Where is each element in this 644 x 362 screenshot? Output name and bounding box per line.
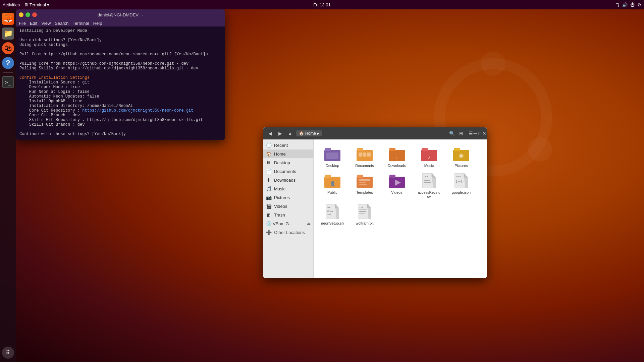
fm-item-neonsetup[interactable]: #!/bin bash SH neonSetup.sh	[319, 202, 346, 227]
svg-rect-5	[325, 148, 331, 151]
fm-item-documents[interactable]: Documents	[351, 145, 378, 169]
fm-item-downloads[interactable]: ↓ Downloads	[383, 145, 410, 169]
terminal-line-1: Installing in Developer Mode	[19, 28, 221, 33]
sidebar-item-pictures[interactable]: 📷 Pictures	[263, 193, 313, 202]
terminal-menu-file[interactable]: File	[19, 21, 26, 26]
terminal-icon: >_	[2, 76, 14, 88]
svg-rect-48	[359, 211, 366, 212]
templates-label: Templates	[356, 190, 373, 194]
sidebar-item-music[interactable]: 🎵 Music	[263, 184, 313, 193]
svg-rect-34	[424, 179, 432, 179]
activities-button[interactable]: Activities	[3, 2, 20, 7]
svg-rect-10	[363, 153, 366, 157]
fm-item-desktop[interactable]: Desktop	[319, 145, 346, 169]
fm-forward-button[interactable]: ▶	[276, 129, 284, 137]
sidebar-item-home[interactable]: 🏠 Home	[263, 149, 313, 158]
sidebar-item-downloads[interactable]: ⬇ Downloads	[263, 176, 313, 184]
fm-item-pictures[interactable]: Pictures	[448, 145, 475, 169]
sidebar-item-desktop[interactable]: 🖥 Desktop	[263, 158, 313, 167]
fm-item-templates[interactable]: Templates	[351, 172, 378, 200]
network-icon[interactable]: ⇅	[616, 2, 620, 7]
fm-item-public[interactable]: 👤 Public	[319, 172, 346, 200]
sidebar-label-trash: Trash	[274, 213, 285, 218]
svg-rect-13	[389, 148, 395, 151]
fm-titlebar: ◀ ▶ ▲ 🏠 Home ▸ 🔍 ⊞ ☰ ─ □ ✕	[263, 127, 487, 139]
svg-rect-37	[424, 184, 430, 184]
svg-rect-16	[422, 148, 428, 151]
topbar-tray: ⇅ 🔊 ⏻ ⚙	[616, 2, 644, 7]
terminal-line-14: Core Git Repository : https://github.com…	[19, 108, 221, 113]
sidebar-label-pictures: Pictures	[274, 195, 290, 200]
public-label: Public	[327, 190, 337, 194]
settings-icon[interactable]: ⚙	[637, 2, 641, 7]
terminal-menu-search[interactable]: Search	[55, 21, 68, 26]
fm-breadcrumb[interactable]: 🏠 Home ▸	[296, 130, 322, 136]
sidebar-item-trash[interactable]: 🗑 Trash	[263, 210, 313, 219]
wolfram-file-icon: TXT	[357, 204, 373, 220]
sidebar-label-vbox: VBox_G...	[273, 221, 292, 226]
terminal-body[interactable]: Installing in Developer Mode Use quick s…	[16, 26, 225, 138]
downloads-label: Downloads	[388, 164, 406, 168]
sidebar-label-recent: Recent	[274, 143, 288, 148]
dock-item-files[interactable]: 📁	[1, 27, 15, 40]
dock-item-ubuntu-store[interactable]: 🛍	[1, 42, 15, 55]
svg-rect-49	[359, 213, 365, 214]
fm-search-button[interactable]: 🔍	[448, 129, 456, 137]
firefox-icon: 🦊	[2, 13, 14, 25]
fm-file-grid: Desktop Documents	[319, 145, 481, 227]
sidebar-item-other[interactable]: ➕ Other Locations	[263, 228, 313, 237]
dock-item-appgrid[interactable]: ⠿	[1, 346, 15, 359]
svg-rect-35	[424, 180, 430, 181]
dock-item-firefox[interactable]: 🦊	[1, 12, 15, 25]
documents-label: Documents	[355, 164, 374, 168]
fm-minimize-button[interactable]: ─	[474, 131, 477, 136]
trash-icon: 🗑	[266, 212, 271, 218]
svg-point-21	[460, 155, 463, 157]
topbar: Activities 🖥 Terminal ▾ Fri 13:01 ⇅ 🔊 ⏻ …	[0, 0, 644, 9]
terminal-line-2: Use quick settings? [Yes/No/Back]y	[19, 38, 221, 43]
terminal-line-7: Confirm Installation Settings	[19, 75, 221, 80]
sound-icon[interactable]: 🔊	[622, 2, 628, 7]
fm-nav: ◀ ▶ ▲ 🏠 Home ▸	[266, 129, 446, 137]
fm-item-accesskeys[interactable]: CSV accessKeys.csv	[416, 172, 442, 200]
sidebar-item-videos[interactable]: 🎬 Videos	[263, 202, 313, 210]
sidebar-item-documents[interactable]: 📄 Documents	[263, 167, 313, 176]
terminal-maximize-button[interactable]	[25, 12, 30, 17]
power-icon[interactable]: ⏻	[630, 2, 635, 7]
dock-item-terminal[interactable]: >_	[1, 75, 15, 89]
fm-back-button[interactable]: ◀	[266, 129, 274, 137]
dock-bottom: ⠿	[1, 346, 15, 359]
fm-item-googlejson[interactable]: {json} JSON google.json	[448, 172, 475, 200]
terminal-close-button[interactable]	[32, 12, 37, 17]
fm-item-music[interactable]: ♪ Music	[416, 145, 442, 169]
svg-rect-31	[389, 175, 395, 178]
fm-maximize-button[interactable]: □	[478, 131, 481, 136]
terminal-minimize-button[interactable]	[19, 12, 23, 17]
documents-icon: 📄	[266, 169, 271, 174]
terminal-line-16: Skills Git Repository : https://github.c…	[19, 118, 221, 122]
fm-location-label: Home	[305, 131, 316, 136]
terminal-menu-edit[interactable]: Edit	[30, 21, 37, 26]
ubuntu-store-icon: 🛍	[2, 42, 14, 54]
music-label: Music	[424, 164, 434, 168]
topbar-clock[interactable]: Fri 13:01	[313, 2, 330, 7]
fm-view-toggle-button[interactable]: ⊞	[457, 129, 465, 137]
dock-item-help[interactable]: ?	[1, 56, 15, 70]
sidebar-item-vbox[interactable]: 💿 VBox_G... ⏏	[263, 219, 313, 228]
topbar-terminal-menu[interactable]: 🖥 Terminal ▾	[24, 2, 49, 7]
fm-content: 🕐 Recent 🏠 Home 🖥 Desktop 📄 Documents ⬇ …	[263, 139, 487, 278]
fm-item-videos[interactable]: Videos	[383, 172, 410, 200]
eject-button[interactable]: ⏏	[307, 221, 311, 226]
terminal-line-9: Developer Mode : true	[19, 85, 221, 89]
fm-main-area: Desktop Documents	[314, 139, 487, 278]
terminal-menu-help[interactable]: Help	[93, 21, 102, 26]
terminal-line-6: Pulling Skills from https://github.com/d…	[19, 66, 221, 71]
svg-text:#!/bin: #!/bin	[327, 210, 333, 213]
pictures-icon: 📷	[266, 195, 271, 200]
sidebar-item-recent[interactable]: 🕐 Recent	[263, 141, 313, 149]
fm-up-button[interactable]: ▲	[286, 129, 294, 137]
terminal-menu-view[interactable]: View	[41, 21, 51, 26]
terminal-menu-terminal[interactable]: Terminal	[73, 21, 89, 26]
fm-close-button[interactable]: ✕	[482, 131, 486, 136]
fm-item-wolfram[interactable]: TXT wolfram.txt	[351, 202, 378, 227]
